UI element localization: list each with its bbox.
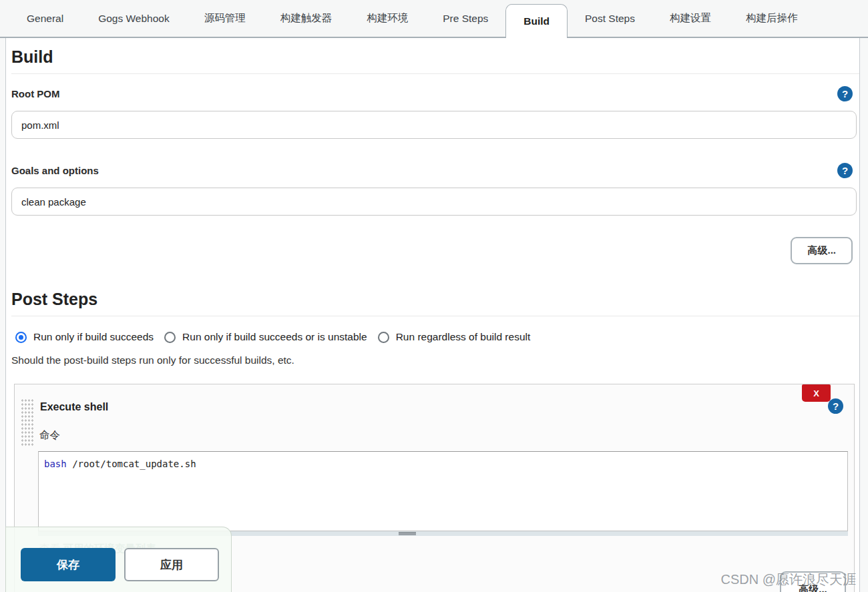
build-advanced-button[interactable]: 高级... [791, 237, 853, 264]
tab-build[interactable]: Build [505, 4, 568, 38]
radio-run-regardless[interactable] [378, 332, 389, 343]
save-button[interactable]: 保存 [21, 548, 116, 581]
drag-handle-icon[interactable] [21, 398, 33, 447]
goals-options-help-icon[interactable]: ? [837, 163, 853, 178]
tab-post-build-actions[interactable]: 构建后操作 [728, 0, 815, 37]
tab-pre-steps[interactable]: Pre Steps [425, 0, 505, 37]
radio-run-if-succeeds-or-unstable[interactable] [164, 332, 176, 343]
radio-run-regardless-label[interactable]: Run regardless of build result [396, 331, 531, 343]
root-pom-help-icon[interactable]: ? [837, 86, 853, 101]
tab-source-management[interactable]: 源码管理 [187, 0, 263, 37]
radio-run-if-succeeds[interactable] [15, 332, 27, 343]
shell-advanced-button[interactable]: 高级... [780, 571, 846, 592]
tab-post-steps[interactable]: Post Steps [568, 0, 652, 37]
command-label: 命令 [39, 428, 854, 442]
tab-build-triggers[interactable]: 构建触发器 [263, 0, 350, 37]
tab-build-environment[interactable]: 构建环境 [349, 0, 425, 37]
execute-shell-help-icon[interactable]: ? [828, 398, 843, 414]
apply-button[interactable]: 应用 [124, 548, 219, 581]
tab-build-settings[interactable]: 构建设置 [652, 0, 728, 37]
radio-run-if-succeeds-or-unstable-label[interactable]: Run only if build succeeds or is unstabl… [182, 331, 367, 343]
execute-shell-title: Execute shell [40, 401, 854, 413]
divider [11, 73, 859, 74]
tab-bar: General Gogs Webhook 源码管理 构建触发器 构建环境 Pre… [0, 0, 868, 38]
root-pom-label: Root POM [11, 88, 60, 99]
goals-options-label: Goals and options [11, 165, 99, 176]
command-keyword: bash [44, 459, 67, 469]
scrollbar-thumb[interactable] [399, 532, 416, 535]
sticky-action-footer: 保存 应用 [5, 527, 232, 592]
command-text: /root/tomcat_update.sh [67, 459, 196, 469]
goals-options-input[interactable] [11, 188, 857, 216]
remove-step-button[interactable]: X [802, 384, 831, 402]
divider [11, 316, 859, 316]
post-steps-help-text: Should the post-build steps run only for… [11, 354, 859, 366]
post-steps-section-title: Post Steps [11, 290, 859, 309]
tab-gogs-webhook[interactable]: Gogs Webhook [81, 0, 187, 37]
radio-run-if-succeeds-label[interactable]: Run only if build succeeds [33, 331, 154, 343]
shell-command-editor[interactable]: bash /root/tomcat_update.sh [38, 451, 848, 531]
build-section-title: Build [11, 47, 859, 67]
root-pom-input[interactable] [11, 111, 857, 139]
build-tab-panel: Build Root POM ? Goals and options ? 高级.… [5, 38, 860, 592]
tab-general[interactable]: General [9, 0, 81, 37]
